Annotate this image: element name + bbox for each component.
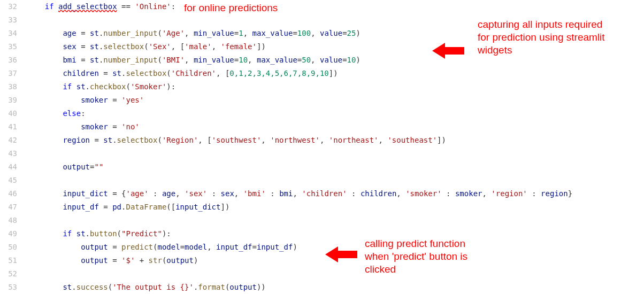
line-number: 38	[0, 80, 27, 94]
code-line: 46 input_dict = {'age' : age, 'sex' : se…	[0, 187, 644, 200]
code-line: 36 bmi = st.number_input('BMI', min_valu…	[0, 53, 644, 67]
code-line: 37 children = st.selectbox('Children', […	[0, 67, 644, 80]
line-number: 32	[0, 0, 27, 13]
line-number: 41	[0, 120, 27, 134]
code-content[interactable]: if add_selectbox == 'Online':	[27, 0, 175, 13]
code-line: 32 if add_selectbox == 'Online':	[0, 0, 644, 13]
code-content[interactable]: smoker = 'no'	[27, 120, 140, 134]
code-content[interactable]: output = '$' + str(output)	[27, 254, 198, 267]
code-content[interactable]: output = predict(model=model, input_df=i…	[27, 241, 297, 254]
code-line: 40 else:	[0, 107, 644, 120]
line-number: 36	[0, 53, 27, 67]
code-content[interactable]: output=""	[27, 160, 103, 174]
code-line: 42 region = st.selectbox('Region', ['sou…	[0, 134, 644, 147]
line-number: 44	[0, 160, 27, 174]
code-content[interactable]: input_dict = {'age' : age, 'sex' : sex, …	[27, 187, 572, 200]
line-number: 52	[0, 267, 27, 281]
code-content[interactable]: else:	[27, 107, 86, 120]
code-line: 50 output = predict(model=model, input_d…	[0, 241, 644, 254]
line-number: 33	[0, 13, 27, 27]
line-number: 45	[0, 174, 27, 187]
code-content[interactable]: bmi = st.number_input('BMI', min_value=1…	[27, 53, 361, 67]
line-number: 50	[0, 241, 27, 254]
code-line: 38 if st.checkbox('Smoker'):	[0, 80, 644, 94]
code-line: 35 sex = st.selectbox('Sex', ['male', 'f…	[0, 40, 644, 53]
line-number: 53	[0, 281, 27, 294]
line-number: 37	[0, 67, 27, 80]
code-line: 41 smoker = 'no'	[0, 120, 644, 134]
code-line: 45	[0, 174, 644, 187]
code-content[interactable]: age = st.number_input('Age', min_value=1…	[27, 27, 361, 40]
line-number: 40	[0, 107, 27, 120]
code-line: 48	[0, 214, 644, 227]
code-editor[interactable]: 32 if add_selectbox == 'Online': 33 34 a…	[0, 0, 644, 294]
code-content[interactable]: st.success('The output is {}'.format(out…	[27, 281, 266, 294]
code-line: 49 if st.button("Predict"):	[0, 227, 644, 241]
line-number: 47	[0, 200, 27, 214]
code-content[interactable]: smoker = 'yes'	[27, 94, 144, 107]
line-number: 46	[0, 187, 27, 200]
line-number: 48	[0, 214, 27, 227]
code-line: 33	[0, 13, 644, 27]
code-content[interactable]: region = st.selectbox('Region', ['southw…	[27, 134, 446, 147]
code-content[interactable]: input_df = pd.DataFrame([input_dict])	[27, 200, 229, 214]
code-content[interactable]: children = st.selectbox('Children', [0,1…	[27, 67, 338, 80]
code-line: 51 output = '$' + str(output)	[0, 254, 644, 267]
line-number: 43	[0, 147, 27, 160]
code-content[interactable]: if st.checkbox('Smoker'):	[27, 80, 175, 94]
code-content[interactable]: if st.button("Predict"):	[27, 227, 171, 241]
line-number: 35	[0, 40, 27, 53]
line-number: 39	[0, 94, 27, 107]
code-line: 43	[0, 147, 644, 160]
code-line: 47 input_df = pd.DataFrame([input_dict])	[0, 200, 644, 214]
line-number: 49	[0, 227, 27, 241]
code-content[interactable]: sex = st.selectbox('Sex', ['male', 'fema…	[27, 40, 266, 53]
line-number: 51	[0, 254, 27, 267]
line-number: 34	[0, 27, 27, 40]
code-line: 52	[0, 267, 644, 281]
line-number: 42	[0, 134, 27, 147]
code-line: 44 output=""	[0, 160, 644, 174]
code-line: 34 age = st.number_input('Age', min_valu…	[0, 27, 644, 40]
code-line: 39 smoker = 'yes'	[0, 94, 644, 107]
code-line: 53 st.success('The output is {}'.format(…	[0, 281, 644, 294]
